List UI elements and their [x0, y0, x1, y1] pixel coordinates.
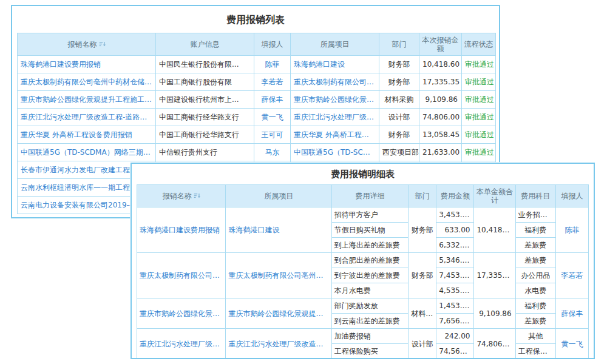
amount-cell: 21,633.00: [419, 144, 462, 161]
expense-detail-cell: 到合肥出差的差旅费: [331, 253, 408, 268]
project-link[interactable]: 重庆市鹅岭公园绿化景观提升...: [291, 91, 379, 109]
expense-detail-cell: 到云南出差的差旅费: [331, 314, 408, 329]
reimburse-name-link[interactable]: 重庆江北污水处理厂级改造工程-: [137, 329, 226, 359]
list-col-account: 账户信息: [156, 33, 254, 56]
reimburse-name-link[interactable]: 中国联通5G（TD-SCDMA）网络三期四川工程费...: [18, 144, 156, 161]
expense-category-cell: 差旅费: [515, 253, 555, 268]
list-row: 重庆太极制药有限公司亳州中药材仓储物流基地项...中国工商银行股份有限李若若重庆…: [18, 73, 496, 91]
list-col-filler: 填报人: [254, 33, 291, 56]
status-cell: 审批通过: [462, 144, 496, 161]
account-info-cell: 中国工商银行股份有限: [156, 73, 254, 91]
reimburse-name-link[interactable]: 重庆江北污水处理厂级改造工程-道路修复工程费用...: [18, 109, 156, 126]
amount-cell: 13,058.45: [419, 126, 462, 144]
reimburse-name-link[interactable]: 重庆太极制药有限公司亳州中药: [137, 253, 226, 298]
filler-link[interactable]: 王可可: [254, 126, 291, 144]
detail-col-dept: 部门: [409, 185, 436, 207]
expense-amount-cell: 633.00: [436, 223, 474, 238]
detail-row: 重庆市鹅岭公园绿化景观提升工程重庆市鹅岭公园绿化景观提升工程施工部门奖励发放材料…: [137, 298, 589, 314]
expense-amount-cell: 74,564.00: [436, 344, 474, 359]
project-link[interactable]: 重庆江北污水处理厂级改造工程-道路修复工: [226, 329, 331, 359]
status-cell: 审批通过: [462, 126, 496, 144]
filler-link[interactable]: 黄一飞: [254, 109, 291, 126]
expense-amount-cell: 3,453.60: [436, 207, 474, 223]
list-col-label-filler: 填报人: [262, 40, 283, 49]
account-info-cell: 中国工商银行经华路支行: [156, 109, 254, 126]
amount-cell: 74,806.00: [419, 109, 462, 126]
expense-detail-body: 珠海鹤港口建设费用报销珠海鹤港口建设招待甲方客户财务部3,453.6010,41…: [137, 207, 589, 359]
expense-detail-cell: 部门奖励发放: [331, 298, 408, 314]
dept-cell: 设计部: [379, 109, 419, 126]
status-cell: 审批通过: [462, 56, 496, 73]
dept-cell: 设计部: [409, 329, 436, 359]
filler-link[interactable]: 马东: [254, 144, 291, 161]
list-row: 中国联通5G（TD-SCDMA）网络三期四川工程费...中信银行贵州支行马东中国…: [18, 144, 496, 161]
detail-col-total: 本单金额合计: [474, 185, 515, 207]
expense-detail-panel: 费用报销明细表 报销名称所属项目费用详细部门费用金额本单金额合计费用科目填报人 …: [131, 163, 595, 359]
list-col-label-status: 流程状态: [464, 40, 493, 49]
expense-amount-cell: 5,346.35: [436, 253, 474, 268]
project-link[interactable]: 重庆江北污水处理厂级改造工...: [291, 109, 379, 126]
project-link[interactable]: 中国联通5G（TD-SCDMA）网...: [291, 144, 379, 161]
dept-cell: 西安项目部: [379, 144, 419, 161]
status-cell: 审批通过: [462, 91, 496, 109]
reimburse-name-link[interactable]: 重庆市鹅岭公园绿化景观提升工程施工费用报销: [18, 91, 156, 109]
filler-link[interactable]: 陈菲: [555, 207, 588, 253]
expense-category-cell: 办公用品: [515, 268, 555, 283]
detail-col-label-filler: 填报人: [561, 192, 583, 200]
detail-col-label-detail: 费用详细: [356, 192, 385, 200]
filler-link[interactable]: 薛保丰: [555, 298, 588, 329]
expense-detail-cell: 本月水电费: [331, 283, 408, 298]
detail-row: 重庆江北污水处理厂级改造工程-重庆江北污水处理厂级改造工程-道路修复工加油费报销…: [137, 329, 589, 344]
project-link[interactable]: 重庆华夏 外高桥工程设备: [291, 126, 379, 144]
status-cell: 审批通过: [462, 109, 496, 126]
reimburse-name-link[interactable]: 重庆华夏 外高桥工程设备费用报销: [18, 126, 156, 144]
total-amount-cell: 9,109.86: [474, 298, 515, 329]
filler-link[interactable]: 陈菲: [254, 56, 291, 73]
reimburse-name-link[interactable]: 珠海鹤港口建设费用报销: [18, 56, 156, 73]
dept-cell: 财务部: [409, 207, 436, 253]
reimburse-name-link[interactable]: 重庆太极制药有限公司亳州中药材仓储物流基地项...: [18, 73, 156, 91]
expense-amount-cell: 242.00: [436, 329, 474, 344]
project-link[interactable]: 重庆市鹅岭公园绿化景观提升工程施工: [226, 298, 331, 329]
list-row: 重庆华夏 外高桥工程设备费用报销中国工商银行经华路支行王可可重庆华夏 外高桥工程…: [18, 126, 496, 144]
expense-detail-cell: 节假日购买礼物: [331, 223, 408, 238]
dept-cell: 财务部: [379, 126, 419, 144]
expense-detail-cell: 工程保险购买: [331, 344, 408, 359]
list-col-name: 报销名称: [18, 33, 156, 56]
expense-detail-cell: 加油费报销: [331, 329, 408, 344]
detail-row: 重庆太极制药有限公司亳州中药重庆太极制药有限公司亳州中药材仓储物流到合肥出差的差…: [137, 253, 589, 268]
reimburse-name-link[interactable]: 珠海鹤港口建设费用报销: [137, 207, 226, 253]
list-col-dept: 部门: [379, 33, 419, 56]
filler-link[interactable]: 薛保丰: [254, 91, 291, 109]
dept-cell: 材料采购: [379, 91, 419, 109]
expense-category-cell: 工程保险费: [515, 344, 555, 359]
total-amount-cell: 10,418.60: [474, 207, 515, 253]
expense-detail-table: 报销名称所属项目费用详细部门费用金额本单金额合计费用科目填报人 珠海鹤港口建设费…: [137, 184, 589, 359]
list-col-label-account: 账户信息: [191, 40, 220, 49]
filler-link[interactable]: 黄一飞: [555, 329, 588, 359]
detail-col-label-amount: 费用金额: [441, 192, 470, 200]
filler-link[interactable]: 李若若: [555, 253, 588, 298]
detail-col-amount: 费用金额: [436, 185, 474, 207]
filler-link[interactable]: 李若若: [254, 73, 291, 91]
project-link[interactable]: 珠海鹤港口建设: [226, 207, 331, 253]
account-info-cell: 中国建设银行杭州市上...: [156, 91, 254, 109]
list-row: 重庆江北污水处理厂级改造工程-道路修复工程费用...中国工商银行经华路支行黄一飞…: [18, 109, 496, 126]
expense-amount-cell: 6,332.00: [436, 238, 474, 253]
expense-category-cell: 业务招待费: [515, 207, 555, 223]
sort-icon[interactable]: [99, 41, 106, 47]
expense-detail-header: 报销名称所属项目费用详细部门费用金额本单金额合计费用科目填报人: [137, 185, 589, 207]
project-link[interactable]: 珠海鹤港口建设: [291, 56, 379, 73]
expense-detail-title: 费用报销明细表: [132, 164, 594, 184]
detail-row: 珠海鹤港口建设费用报销珠海鹤港口建设招待甲方客户财务部3,453.6010,41…: [137, 207, 589, 223]
reimburse-name-link[interactable]: 重庆市鹅岭公园绿化景观提升工程: [137, 298, 226, 329]
expense-list-title: 费用报销列表: [12, 6, 499, 33]
expense-amount-cell: 7,453.35: [436, 268, 474, 283]
sort-icon[interactable]: [194, 192, 200, 199]
total-amount-cell: 74,806.00: [474, 329, 515, 359]
project-link[interactable]: 重庆太极制药有限公司亳州中...: [291, 73, 379, 91]
account-info-cell: 中信银行贵州支行: [156, 144, 254, 161]
project-link[interactable]: 重庆太极制药有限公司亳州中药材仓储物流: [226, 253, 331, 298]
list-col-label-name: 报销名称: [68, 40, 97, 49]
detail-col-name: 报销名称: [137, 185, 226, 207]
